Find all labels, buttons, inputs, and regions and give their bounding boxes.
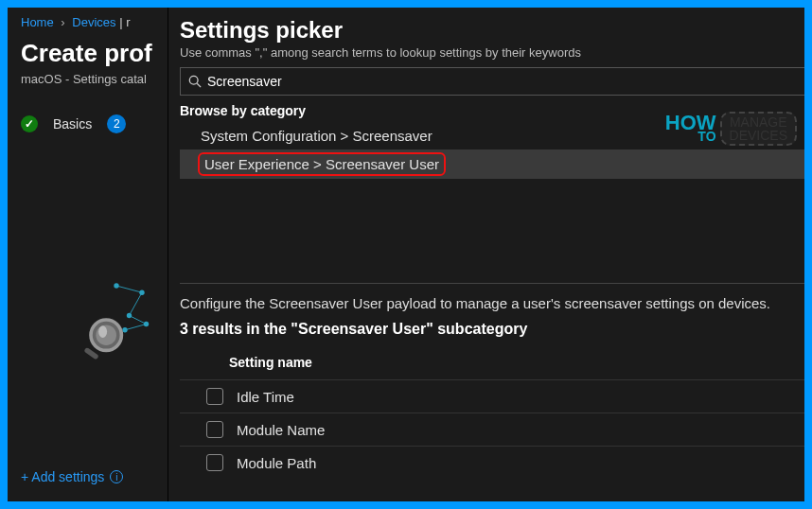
results-heading: 3 results in the "Screensaver User" subc…: [180, 321, 804, 338]
info-icon[interactable]: [110, 470, 123, 483]
setting-label: Module Path: [237, 455, 316, 471]
divider: [180, 283, 804, 284]
category-description: Configure the Screensaver User payload t…: [180, 295, 804, 311]
breadcrumb-tail: | r: [119, 15, 130, 29]
category-user-experience-screensaver-user[interactable]: User Experience > Screensaver User: [180, 149, 804, 179]
category-label-highlighted: User Experience > Screensaver User: [201, 155, 443, 173]
add-settings-label: + Add settings: [21, 469, 104, 484]
svg-point-9: [189, 76, 198, 84]
svg-point-1: [139, 290, 144, 295]
breadcrumb-sep: ›: [61, 15, 64, 29]
svg-point-0: [114, 283, 118, 288]
setting-row-module-name[interactable]: Module Name: [180, 412, 804, 446]
watermark-logo: HOW TO MANAGE DEVICES: [665, 112, 797, 146]
checkbox-module-name[interactable]: [206, 421, 223, 438]
settings-picker-pane: Settings picker Use commas "," among sea…: [168, 8, 804, 501]
page-title: Create prof: [8, 33, 168, 70]
picker-help-text: Use commas "," among search terms to loo…: [180, 45, 804, 60]
search-illustration-icon: [64, 277, 168, 362]
svg-point-7: [98, 325, 107, 338]
breadcrumb-devices[interactable]: Devices: [72, 15, 115, 29]
checkbox-idle-time[interactable]: [206, 388, 223, 405]
wizard-steps: Basics 2: [8, 114, 168, 133]
wizard-pane: Home › Devices | r Create prof macOS - S…: [8, 8, 168, 501]
svg-point-4: [122, 327, 127, 332]
watermark-devices: DEVICES: [730, 129, 787, 142]
search-input[interactable]: [207, 74, 800, 89]
svg-point-3: [144, 322, 149, 326]
watermark-to: TO: [697, 132, 715, 143]
step-2-badge[interactable]: 2: [107, 114, 126, 133]
setting-row-module-path[interactable]: Module Path: [180, 446, 804, 479]
svg-line-10: [197, 83, 201, 87]
setting-label: Idle Time: [237, 389, 294, 405]
picker-title: Settings picker: [180, 17, 804, 44]
watermark-manage: MANAGE: [730, 115, 787, 129]
checkbox-module-path[interactable]: [206, 454, 223, 471]
column-header-setting-name: Setting name: [180, 349, 804, 379]
step-basics-label[interactable]: Basics: [53, 116, 92, 132]
search-icon: [188, 75, 202, 88]
breadcrumb-home[interactable]: Home: [21, 15, 54, 29]
search-box[interactable]: [180, 67, 804, 96]
setting-row-idle-time[interactable]: Idle Time: [180, 379, 804, 412]
page-subtitle: macOS - Settings catal: [8, 70, 168, 105]
breadcrumb: Home › Devices | r: [8, 8, 168, 33]
add-settings-button[interactable]: + Add settings: [21, 469, 123, 484]
setting-label: Module Name: [237, 422, 325, 438]
svg-point-2: [127, 313, 132, 318]
checkmark-icon: [21, 115, 38, 132]
